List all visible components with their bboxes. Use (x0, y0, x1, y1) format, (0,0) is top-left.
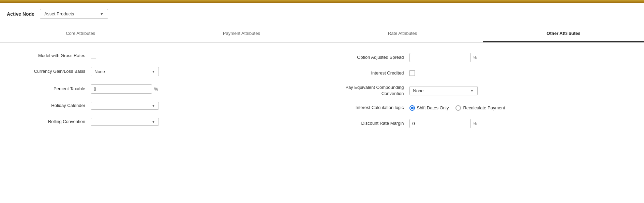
pay-equivalent-select[interactable]: None ▼ (409, 86, 478, 95)
rolling-convention-select[interactable]: ▼ (91, 118, 159, 126)
percent-taxable-suffix: % (154, 86, 158, 92)
option-adjusted-spread-row: Option Adjusted Spread % (329, 53, 627, 62)
pay-equivalent-arrow: ▼ (470, 89, 474, 93)
model-gross-rates-checkbox[interactable] (91, 53, 96, 58)
interest-credited-label: Interest Credited (329, 70, 404, 76)
interest-credited-row: Interest Credited (329, 70, 627, 76)
interest-credited-checkbox[interactable] (409, 70, 415, 76)
form-columns: Model with Gross Rates Currency Gain/Los… (10, 50, 634, 140)
tab-other-attributes[interactable]: Other Attributes (483, 25, 644, 42)
active-node-label: Active Node (7, 11, 34, 17)
discount-rate-margin-input[interactable] (409, 119, 471, 128)
percent-taxable-label: Percent Taxable (17, 86, 85, 92)
content-area: Model with Gross Rates Currency Gain/Los… (0, 43, 644, 147)
radio-label-recalculate: Recalculate Payment (463, 105, 505, 110)
holiday-calender-arrow: ▼ (152, 104, 155, 108)
active-node-dropdown-arrow: ▼ (100, 12, 104, 16)
right-column: Option Adjusted Spread % Interest Credit… (322, 50, 634, 140)
radio-circle-recalculate (455, 105, 461, 111)
percent-taxable-input[interactable] (91, 84, 152, 94)
radio-label-shift-dates: Shift Dates Only (417, 105, 449, 110)
active-node-value: Asset Products (44, 11, 74, 16)
currency-gain-loss-row: Currency Gain/Loss Basis None ▼ (17, 67, 315, 76)
option-adjusted-spread-label: Option Adjusted Spread (329, 55, 404, 60)
option-adjusted-spread-input[interactable] (409, 53, 471, 62)
currency-gain-loss-select[interactable]: None ▼ (91, 67, 159, 76)
rolling-convention-row: Rolling Convention ▼ (17, 118, 315, 126)
currency-gain-loss-label: Currency Gain/Loss Basis (17, 69, 85, 75)
currency-gain-loss-value: None (94, 69, 105, 74)
holiday-calender-label: Holiday Calender (17, 103, 85, 109)
radio-circle-shift-dates (409, 105, 415, 111)
interest-calculation-label: Interest Calculation logic (329, 105, 404, 111)
currency-gain-loss-arrow: ▼ (152, 70, 155, 73)
rolling-convention-arrow: ▼ (152, 120, 155, 124)
holiday-calender-select[interactable]: ▼ (91, 102, 159, 110)
radio-shift-dates-only[interactable]: Shift Dates Only (409, 105, 449, 111)
left-column: Model with Gross Rates Currency Gain/Los… (10, 50, 322, 140)
tab-core-attributes[interactable]: Core Attributes (0, 25, 161, 42)
model-gross-rates-label: Model with Gross Rates (17, 53, 85, 59)
option-adjusted-spread-suffix: % (473, 55, 477, 60)
rolling-convention-label: Rolling Convention (17, 119, 85, 125)
discount-rate-margin-label: Discount Rate Margin (329, 121, 404, 126)
model-gross-rates-row: Model with Gross Rates (17, 53, 315, 59)
tab-payment-attributes[interactable]: Payment Attributes (161, 25, 322, 42)
interest-calculation-row: Interest Calculation logic Shift Dates O… (329, 105, 627, 111)
percent-taxable-row: Percent Taxable % (17, 84, 315, 94)
tab-rate-attributes[interactable]: Rate Attributes (322, 25, 483, 42)
active-node-dropdown[interactable]: Asset Products ▼ (40, 9, 108, 19)
top-bar (0, 0, 644, 3)
interest-calculation-radio-group: Shift Dates Only Recalculate Payment (409, 105, 505, 111)
discount-rate-margin-row: Discount Rate Margin % (329, 119, 627, 128)
tabs-row: Core Attributes Payment Attributes Rate … (0, 25, 644, 43)
radio-recalculate-payment[interactable]: Recalculate Payment (455, 105, 505, 111)
pay-equivalent-row: Pay Equivalent CompoundingConvention Non… (329, 84, 627, 97)
holiday-calender-row: Holiday Calender ▼ (17, 102, 315, 110)
pay-equivalent-value: None (413, 88, 424, 93)
pay-equivalent-label: Pay Equivalent CompoundingConvention (329, 84, 404, 97)
discount-rate-margin-suffix: % (473, 121, 477, 126)
active-node-row: Active Node Asset Products ▼ (0, 3, 644, 25)
